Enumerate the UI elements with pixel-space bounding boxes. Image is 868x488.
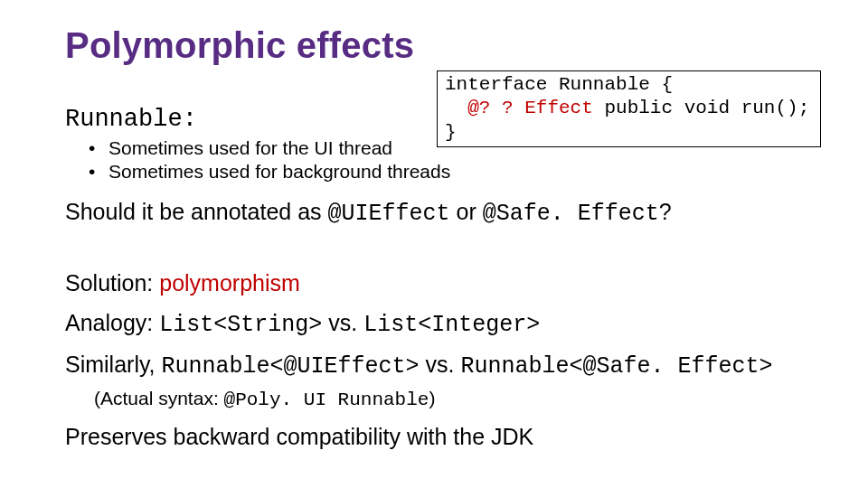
actual-syntax-note: (Actual syntax: @Poly. UI Runnable): [94, 386, 814, 413]
question-post: ?: [659, 199, 672, 224]
similarly-vs: vs.: [420, 352, 461, 377]
code-line-1: interface Runnable {: [445, 73, 815, 97]
analogy-a: List<String>: [159, 312, 322, 338]
annotation-a: @UIEffect: [328, 201, 450, 227]
analogy-label: Analogy:: [65, 310, 159, 335]
code-annotation: @? ? Effect: [467, 98, 593, 118]
code-line-2-rest: public void run();: [593, 98, 809, 118]
solution-line: Solution: polymorphism: [65, 268, 814, 299]
bullet-list: Sometimes used for the UI thread Sometim…: [65, 136, 814, 184]
solution-word: polymorphism: [159, 270, 300, 296]
preserves-line: Preserves backward compatibility with th…: [65, 422, 814, 453]
runnable-colon: :: [183, 106, 197, 133]
slide: Polymorphic effects interface Runnable {…: [0, 0, 868, 488]
question-line: Should it be annotated as @UIEffect or @…: [65, 197, 814, 230]
code-line-2: @? ? Effect public void run();: [445, 97, 815, 120]
note-code: @Poly. UI Runnable: [224, 389, 429, 410]
runnable-word: Runnable: [65, 106, 183, 133]
similarly-label: Similarly,: [65, 352, 161, 377]
solution-label: Solution:: [65, 270, 159, 296]
list-item: Sometimes used for background threads: [108, 160, 814, 183]
note-pre: (Actual syntax:: [94, 388, 224, 408]
analogy-b: List<Integer>: [363, 312, 540, 338]
note-post: ): [429, 388, 435, 408]
similarly-b: Runnable<@Safe. Effect>: [460, 353, 772, 380]
question-mid: or: [450, 199, 483, 224]
similarly-a: Runnable<@UIEffect>: [161, 353, 419, 380]
similarly-line: Similarly, Runnable<@UIEffect> vs. Runna…: [65, 350, 814, 382]
list-item: Sometimes used for the UI thread: [108, 136, 814, 160]
analogy-vs: vs.: [322, 310, 363, 335]
slide-title: Polymorphic effects: [65, 25, 814, 66]
analogy-line: Analogy: List<String> vs. List<Integer>: [65, 308, 814, 341]
annotation-b: @Safe. Effect: [483, 201, 659, 227]
question-pre: Should it be annotated as: [65, 199, 328, 224]
